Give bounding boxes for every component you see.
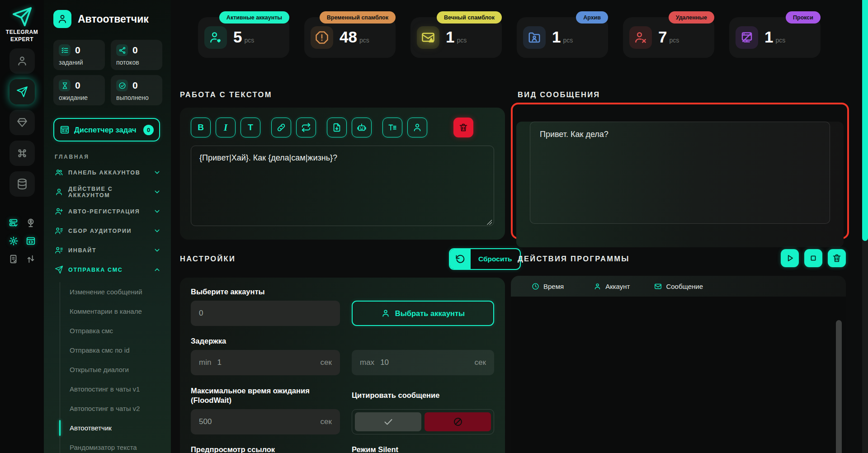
sidebar-item-accounts-panel[interactable]: ПАНЕЛЬ АККАУНТОВ <box>44 163 171 182</box>
sidebar-item-invite[interactable]: ИНВАЙТ <box>44 241 171 260</box>
status-card-archive[interactable]: Архив 1pcs <box>517 17 608 58</box>
status-card-active-accounts[interactable]: Активные аккаунты 5pcs <box>198 17 289 58</box>
submenu-item-channel-comments[interactable]: Комментарии в канале <box>60 302 171 321</box>
submenu-item-send-sms-by-id[interactable]: Отправка смс по id <box>60 340 171 360</box>
text-editor-panel: B I T {Привет|Хай}. Как {де <box>180 108 505 240</box>
user-icon <box>55 188 63 196</box>
status-card-temp-spamblock[interactable]: Временный спамблок 48pcs <box>304 17 396 58</box>
rail-item-database[interactable] <box>9 171 35 197</box>
rail-item-accounts[interactable] <box>9 48 35 74</box>
rail-item-tools[interactable] <box>9 141 35 166</box>
delay-max-input[interactable] <box>380 358 474 367</box>
rail-mini-tools <box>8 217 36 264</box>
user-icon <box>381 309 390 318</box>
sidebar-item-audience-collect[interactable]: СБОР АУДИТОРИИ <box>44 221 171 241</box>
link-preview-label: Предпросмотр ссылок <box>191 445 340 453</box>
quote-toggle-off[interactable] <box>425 412 491 431</box>
settings-panel: Выберите аккаунты Выбрать аккаунты Задер… <box>180 278 505 453</box>
column-label: Сообщение <box>666 283 703 290</box>
user-heart-icon <box>204 26 227 49</box>
link-icon <box>276 123 286 132</box>
message-preview-text: Привет. Как дела? <box>530 122 830 224</box>
sidebar-section-label: ГЛАВНАЯ <box>55 154 171 160</box>
menu-label: АВТО-РЕГИСТРАЦИЯ <box>68 208 140 215</box>
start-button[interactable] <box>781 249 799 267</box>
sidebar-item-auto-registration[interactable]: АВТО-РЕГИСТРАЦИЯ <box>44 202 171 221</box>
status-value: 5pcs <box>233 28 254 46</box>
stop-icon <box>808 253 818 263</box>
sidebar-item-sms-sending[interactable]: ОТПРАВКА СМС <box>44 260 171 279</box>
submenu-item-autoresponder[interactable]: Автоответчик <box>60 418 171 438</box>
status-card-proxy[interactable]: Прокси 1pcs <box>729 17 821 58</box>
gear-icon[interactable] <box>8 236 19 246</box>
swap-icon[interactable] <box>25 254 36 264</box>
bot-button[interactable] <box>352 118 372 137</box>
document-check-icon[interactable] <box>8 254 19 264</box>
mention-user-button[interactable] <box>407 118 427 137</box>
user-plus-icon <box>55 207 63 216</box>
app-window: TELEGRAMEXPERT Автоответчик 0 заданий <box>0 0 868 453</box>
server-check-icon[interactable] <box>8 217 19 228</box>
account-camera-icon[interactable] <box>25 217 36 228</box>
column-label: Время <box>543 283 564 290</box>
page-scrollbar-thumb[interactable] <box>862 0 868 241</box>
link-button[interactable] <box>271 118 291 137</box>
quote-label: Цитировать сообщение <box>352 391 494 400</box>
folder-user-icon <box>523 26 546 49</box>
sidebar-item-account-actions[interactable]: ДЕЙСТВИЕ С АККАУНТОМ <box>44 182 171 202</box>
text-section-title: РАБОТА С ТЕКСТОМ <box>180 90 272 99</box>
actions-log-table: Время Аккаунт Сообщение <box>511 276 846 453</box>
delay-max-field[interactable]: max сек <box>352 350 494 375</box>
stop-button[interactable] <box>804 249 822 267</box>
table-header: Время Аккаунт Сообщение <box>511 276 846 297</box>
floodwait-field[interactable]: сек <box>191 409 340 434</box>
play-icon <box>785 253 795 263</box>
submenu-item-autoposting-v1[interactable]: Автопостинг в чаты v1 <box>60 379 171 399</box>
text-template-button[interactable] <box>382 118 402 137</box>
counter-value: 0 <box>132 45 138 56</box>
submenu-item-autoposting-v2[interactable]: Автопостинг в чаты v2 <box>60 399 171 418</box>
accounts-count-field[interactable] <box>191 301 340 326</box>
submenu-item-send-sms[interactable]: Отправка смс <box>60 321 171 340</box>
accounts-count-input[interactable] <box>199 309 332 318</box>
status-badge: Удаленные <box>669 11 714 24</box>
delay-min-field[interactable]: min сек <box>191 350 340 375</box>
submenu-item-text-randomizer[interactable]: Рандомизатор текста <box>60 438 171 453</box>
task-manager-button[interactable]: Диспетчер задач 0 <box>53 118 160 142</box>
repeat-button[interactable] <box>296 118 316 137</box>
counter-waiting: 0 ожидание <box>53 75 105 105</box>
page-scrollbar[interactable] <box>862 0 868 453</box>
submenu-item-edit-messages[interactable]: Изменение сообщений <box>60 282 171 302</box>
counter-value: 0 <box>75 45 80 56</box>
accounts-label: Выберите аккаунты <box>191 288 494 296</box>
bold-button[interactable]: B <box>191 118 211 137</box>
select-accounts-button[interactable]: Выбрать аккаунты <box>352 301 494 326</box>
status-badge: Временный спамблок <box>320 11 396 24</box>
code-window-icon[interactable] <box>25 236 36 246</box>
status-card-deleted[interactable]: Удаленные 7pcs <box>623 17 714 58</box>
delay-min-input[interactable] <box>217 358 320 367</box>
text-button[interactable]: T <box>241 118 260 137</box>
rail-item-sending[interactable] <box>9 79 35 104</box>
rail-item-premium[interactable] <box>9 110 35 135</box>
clear-log-button[interactable] <box>828 249 846 267</box>
rotate-ccw-icon <box>450 249 471 269</box>
quote-toggle-on[interactable] <box>355 412 421 431</box>
status-value: 1pcs <box>446 28 467 46</box>
delay-label: Задержка <box>191 337 494 345</box>
submenu-item-open-dialogs[interactable]: Открытые диалоги <box>60 360 171 379</box>
message-text-input[interactable]: {Привет|Хай}. Как {дела|сам|жизнь}? <box>191 146 494 226</box>
italic-button[interactable]: I <box>216 118 236 137</box>
floodwait-input[interactable] <box>199 417 321 426</box>
counter-threads: 0 потоков <box>111 40 162 70</box>
clock-icon <box>532 283 539 290</box>
insert-file-button[interactable] <box>327 118 347 137</box>
user-list-icon <box>55 226 63 235</box>
reset-button[interactable]: Сбросить <box>449 248 521 270</box>
table-scrollbar-thumb[interactable] <box>836 320 842 453</box>
clear-text-button[interactable] <box>453 118 473 137</box>
min-prefix: min <box>199 358 211 367</box>
italic-icon: I <box>224 122 227 133</box>
page-title: Автоответчик <box>78 13 149 25</box>
status-card-perm-spamblock[interactable]: Вечный спамблок 1pcs <box>410 17 502 58</box>
